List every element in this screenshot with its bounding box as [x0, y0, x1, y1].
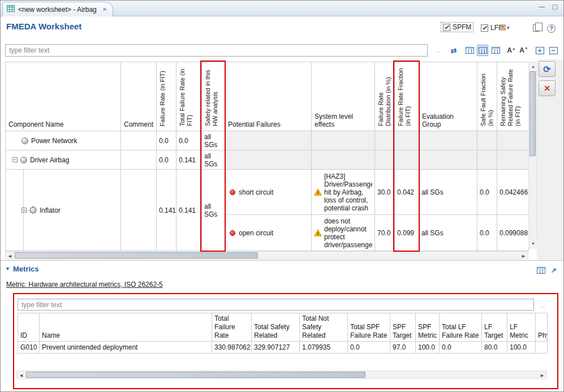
metrics-spf-target-cell[interactable]: 97.0: [390, 342, 416, 354]
lfm-checkbox-box[interactable]: ✓: [481, 24, 488, 32]
metrics-col-total-failure-rate[interactable]: Total Failure Rate: [212, 313, 252, 342]
collapse-all-icon[interactable]: −: [548, 45, 559, 56]
editor-tab[interactable]: <new worksheet> - Airbag ✕: [2, 2, 113, 16]
row-power-network[interactable]: Power Network 0.0 0.0 all SGs: [6, 131, 529, 150]
copy-icon[interactable]: [533, 24, 539, 32]
empty-cell[interactable]: [477, 150, 497, 170]
safe-fault-fraction-cell[interactable]: 0.0: [477, 170, 497, 215]
metrics-lf-target-cell[interactable]: 80.0: [482, 342, 507, 354]
metrics-col-lf-metric[interactable]: LF Metric: [507, 313, 536, 342]
view-layout-grid-icon[interactable]: ▾: [500, 24, 510, 31]
pack-columns-icon[interactable]: [477, 45, 488, 56]
fraction-cell[interactable]: 0.099: [395, 215, 419, 251]
total-failure-rate-cell[interactable]: 0.0: [176, 131, 202, 150]
expand-all-icon[interactable]: +: [534, 45, 545, 56]
safety-related-cell[interactable]: all SGs: [202, 131, 225, 150]
export-icon[interactable]: →: [432, 45, 444, 56]
potential-failure-cell[interactable]: open circuit: [225, 215, 312, 251]
font-decrease-icon[interactable]: A▼: [518, 45, 529, 56]
remaining-rate-cell[interactable]: 0.099088: [497, 215, 529, 251]
vertical-scroll-thumb[interactable]: [529, 71, 536, 156]
col-header-safe-fault-fraction[interactable]: Safe Fault Fraction (in %): [477, 62, 497, 131]
table-vertical-scrollbar[interactable]: ▲ ▼: [528, 62, 537, 248]
metrics-col-spf-target[interactable]: SPF Target: [390, 313, 416, 342]
distribution-cell[interactable]: 70.0: [375, 215, 395, 251]
collapse-expander-icon[interactable]: −: [12, 157, 18, 162]
metrics-lf-metric-cell[interactable]: 100.0: [507, 342, 536, 354]
metrics-filter-input[interactable]: [18, 299, 534, 311]
empty-cell[interactable]: [477, 131, 497, 150]
metrics-col-lf-target[interactable]: LF Target: [482, 313, 507, 342]
total-failure-rate-cell[interactable]: 0.141: [176, 150, 202, 170]
col-header-safety-related[interactable]: Safety related in this HW analysis: [202, 62, 225, 131]
failure-rate-cell[interactable]: 0.0: [157, 131, 176, 150]
empty-cell[interactable]: [312, 131, 375, 150]
empty-cell[interactable]: [375, 150, 395, 170]
fraction-cell[interactable]: 0.042: [395, 170, 419, 215]
font-increase-icon[interactable]: A▲: [506, 45, 517, 56]
empty-cell[interactable]: [419, 150, 477, 170]
total-failure-rate-cell[interactable]: 0.141: [176, 170, 202, 251]
metrics-total-safety-related-cell[interactable]: 329.907127: [252, 342, 300, 354]
auto-resize-columns-icon[interactable]: [464, 45, 475, 56]
filter-input[interactable]: [5, 44, 428, 57]
empty-cell[interactable]: [395, 150, 419, 170]
metrics-col-total-spf-failure-rate[interactable]: Total SPF Failure Rate: [348, 313, 390, 342]
safety-related-cell[interactable]: all SGs: [202, 170, 225, 251]
metrics-export-icon[interactable]: →: [537, 300, 548, 311]
col-header-comment[interactable]: Comment: [121, 62, 157, 131]
metrics-row-g010[interactable]: G010 Prevent unintended deployment 330.9…: [18, 342, 548, 354]
tab-close-icon[interactable]: ✕: [102, 6, 107, 12]
metrics-phy-cell[interactable]: [536, 342, 548, 354]
system-effects-cell[interactable]: ! does not deploy/cannot protect driver/…: [312, 215, 375, 251]
metrics-horizontal-scrollbar[interactable]: ◀ ▶: [16, 371, 547, 379]
help-icon[interactable]: ?: [547, 24, 556, 33]
scroll-up-icon[interactable]: ▲: [529, 62, 537, 71]
metrics-total-not-safety-related-cell[interactable]: 1.079935: [300, 342, 348, 354]
metrics-total-spf-failure-rate-cell[interactable]: 0.0: [348, 342, 390, 354]
chevron-down-icon[interactable]: ▾: [507, 25, 510, 31]
spfm-checkbox[interactable]: ✓ SPFM: [441, 23, 473, 32]
metrics-col-phy[interactable]: Phy: [536, 313, 548, 342]
metrics-col-total-lf-failure-rate[interactable]: Total LF Failure Rate: [440, 313, 482, 342]
scroll-left-icon[interactable]: ◀: [6, 252, 14, 260]
maximize-icon[interactable]: ▢: [552, 3, 558, 10]
col-header-total-failure-rate[interactable]: Total Failure Rate (in FIT): [176, 62, 202, 131]
comment-cell[interactable]: [121, 170, 157, 251]
empty-cell[interactable]: [419, 131, 477, 150]
failure-rate-cell[interactable]: 0.141: [157, 170, 176, 251]
system-effects-cell[interactable]: ! [HAZ3] Driver/Passenger hit by Airbag,…: [312, 170, 375, 215]
row-driver-airbag[interactable]: − Driver Airbag 0.0 0.141 all SGs: [6, 150, 529, 170]
metrics-col-id[interactable]: ID: [18, 313, 40, 342]
component-cell[interactable]: − Inflator: [6, 170, 121, 251]
col-header-potential-failures[interactable]: Potential Failures: [225, 62, 312, 131]
evaluation-group-cell[interactable]: all SGs: [419, 215, 477, 251]
metrics-total-lf-failure-rate-cell[interactable]: 0.0: [440, 342, 482, 354]
empty-cell[interactable]: [497, 131, 529, 150]
comment-cell[interactable]: [121, 150, 157, 170]
show-all-columns-icon[interactable]: [490, 45, 501, 56]
component-cell[interactable]: Power Network: [6, 131, 121, 150]
col-header-failure-rate-fraction[interactable]: Failure Rate Fraction (in FIT): [395, 62, 419, 131]
potential-failure-cell[interactable]: short circuit: [225, 170, 312, 215]
safety-related-cell[interactable]: all SGs: [202, 150, 225, 170]
collapse-triangle-icon[interactable]: ▼: [5, 266, 10, 272]
export-table-icon[interactable]: [536, 265, 546, 275]
metric-link[interactable]: Metric: Hardware architectural metrics, …: [6, 281, 163, 288]
metrics-name-cell[interactable]: Prevent unintended deployment: [40, 342, 212, 354]
spfm-checkbox-box[interactable]: ✓: [443, 24, 450, 31]
row-inflator-short-circuit[interactable]: − Inflator 0.141 0.141 all SGs short cir…: [6, 170, 529, 215]
scroll-left-icon[interactable]: ◀: [17, 371, 25, 380]
open-external-icon[interactable]: ↗: [549, 265, 559, 275]
col-header-component-name[interactable]: Component Name: [6, 62, 121, 131]
metrics-id-cell[interactable]: G010: [18, 342, 40, 354]
failure-rate-cell[interactable]: 0.0: [157, 150, 176, 170]
empty-cell[interactable]: [395, 131, 419, 150]
distribution-cell[interactable]: 30.0: [375, 170, 395, 215]
table-horizontal-scrollbar[interactable]: ◀ ▶: [5, 251, 528, 260]
delete-button[interactable]: ✕: [539, 80, 556, 96]
empty-cell[interactable]: [225, 150, 312, 170]
empty-cell[interactable]: [225, 131, 312, 150]
remaining-rate-cell[interactable]: 0.042466: [497, 170, 529, 215]
col-header-remaining-failure-rate[interactable]: Remaining Safety Related Failure Rate (i…: [497, 62, 529, 131]
